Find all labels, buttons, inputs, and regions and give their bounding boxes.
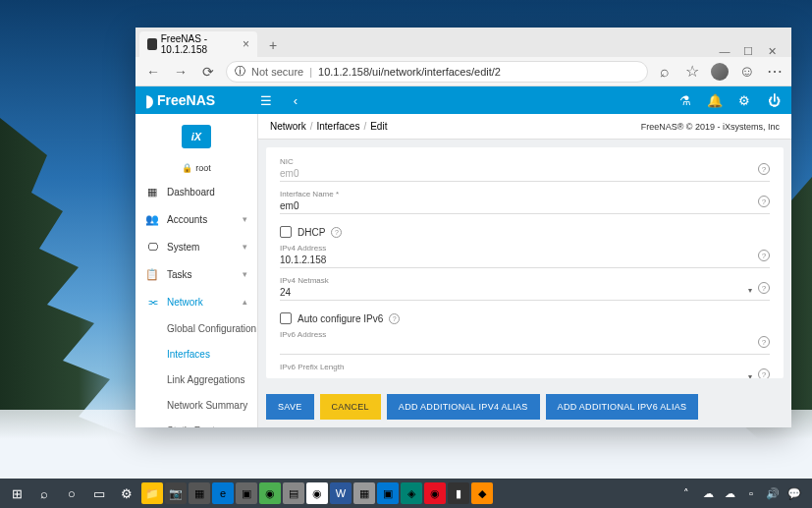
network-tray-icon[interactable]: ▫ bbox=[743, 485, 759, 501]
bell-icon[interactable]: 🔔 bbox=[707, 92, 723, 108]
main-content: Network / Interfaces / Edit FreeNAS® © 2… bbox=[258, 114, 791, 427]
gear-icon[interactable]: ⚙ bbox=[736, 92, 752, 108]
ipv6-prefix-select[interactable]: --------- bbox=[280, 371, 770, 378]
new-tab-button[interactable]: + bbox=[261, 33, 285, 57]
profile-avatar[interactable] bbox=[711, 63, 729, 81]
field-ipv4-netmask: IPv4 Netmask 24 ▾ ? bbox=[280, 276, 770, 301]
forward-button[interactable]: → bbox=[171, 62, 190, 82]
explorer-icon[interactable]: 📁 bbox=[141, 482, 163, 504]
auto-ipv6-checkbox[interactable] bbox=[280, 312, 292, 324]
field-ipv6-prefix: IPv6 Prefix Length --------- ▾ ? bbox=[280, 363, 770, 378]
help-icon[interactable]: ? bbox=[331, 227, 342, 238]
dhcp-checkbox[interactable] bbox=[280, 226, 292, 238]
cancel-button[interactable]: CANCEL bbox=[320, 394, 381, 420]
shark-icon: ◗ bbox=[145, 91, 153, 110]
onedrive-icon[interactable]: ☁ bbox=[700, 485, 716, 501]
help-icon[interactable]: ? bbox=[758, 336, 770, 348]
chevron-down-icon: ▾ bbox=[243, 214, 247, 224]
sidebar-item-tasks[interactable]: 📋 Tasks ▾ bbox=[135, 260, 257, 288]
help-icon[interactable]: ? bbox=[758, 163, 770, 175]
ipv4-address-input[interactable]: 10.1.2.158 bbox=[280, 253, 770, 268]
edge-icon[interactable]: e bbox=[212, 482, 234, 504]
sidebar-item-dashboard[interactable]: ▦ Dashboard bbox=[135, 178, 257, 205]
cortana-icon[interactable]: ○ bbox=[59, 480, 84, 506]
smiley-icon[interactable]: ☺ bbox=[738, 63, 756, 81]
menu-icon[interactable]: ☰ bbox=[258, 92, 274, 108]
ipv6-address-input[interactable] bbox=[280, 339, 770, 355]
sidebar-item-accounts[interactable]: 👥 Accounts ▾ bbox=[135, 205, 257, 233]
chevron-down-icon: ▾ bbox=[243, 242, 247, 252]
taskview-icon[interactable]: ▭ bbox=[86, 480, 112, 506]
tray-chevron-icon[interactable]: ˄ bbox=[678, 485, 694, 501]
notification-icon[interactable]: 💬 bbox=[786, 485, 802, 501]
nic-input[interactable]: em0 bbox=[280, 166, 770, 182]
app-icon[interactable]: ◉ bbox=[259, 482, 281, 504]
minimize-icon[interactable]: — bbox=[719, 45, 731, 57]
address-bar: ← → ⟳ ⓘ Not secure | 10.1.2.158/ui/netwo… bbox=[135, 57, 791, 86]
more-icon[interactable]: ⋯ bbox=[766, 63, 784, 81]
chrome-icon[interactable]: ◉ bbox=[306, 482, 328, 504]
volume-icon[interactable]: 🔊 bbox=[765, 485, 781, 501]
sidebar-item-system[interactable]: 🖵 System ▾ bbox=[135, 233, 257, 260]
chevron-left-icon[interactable]: ‹ bbox=[288, 92, 303, 108]
info-icon: ⓘ bbox=[235, 64, 245, 79]
field-ipv4-address: IPv4 Address 10.1.2.158 ? bbox=[280, 244, 770, 268]
subitem-network-summary[interactable]: Network Summary bbox=[135, 392, 257, 418]
ipv4-netmask-select[interactable]: 24 bbox=[280, 285, 770, 301]
power-icon[interactable]: ⏻ bbox=[766, 92, 782, 108]
field-ipv6-address: IPv6 Address ? bbox=[280, 330, 770, 355]
bc-network[interactable]: Network bbox=[270, 121, 306, 132]
app-icon[interactable]: ◆ bbox=[471, 482, 493, 504]
star-icon[interactable]: ☆ bbox=[683, 63, 701, 81]
settings-icon[interactable]: ⚙ bbox=[114, 480, 139, 506]
save-button[interactable]: SAVE bbox=[266, 394, 314, 420]
sidebar-item-network[interactable]: ⫘ Network ▴ bbox=[135, 288, 257, 315]
dashboard-icon: ▦ bbox=[145, 186, 159, 198]
start-button[interactable]: ⊞ bbox=[4, 480, 29, 506]
word-icon[interactable]: W bbox=[330, 482, 352, 504]
interface-name-input[interactable]: em0 bbox=[280, 198, 770, 214]
camera-icon[interactable]: 📷 bbox=[165, 482, 187, 504]
freenas-logo[interactable]: ◗ FreeNAS bbox=[145, 91, 258, 110]
breadcrumb: Network / Interfaces / Edit FreeNAS® © 2… bbox=[258, 114, 791, 140]
close-window-icon[interactable]: ✕ bbox=[766, 45, 778, 57]
refresh-button[interactable]: ⟳ bbox=[198, 62, 218, 82]
help-icon[interactable]: ? bbox=[758, 250, 770, 261]
app-icon[interactable]: ◉ bbox=[424, 482, 446, 504]
app-icon[interactable]: ▦ bbox=[189, 482, 210, 504]
subitem-interfaces[interactable]: Interfaces bbox=[135, 341, 257, 367]
url-text: 10.1.2.158/ui/network/interfaces/edit/2 bbox=[318, 66, 501, 78]
browser-tab[interactable]: FreeNAS - 10.1.2.158 × bbox=[139, 31, 257, 57]
app-icon[interactable]: ▣ bbox=[377, 482, 399, 504]
app-icon[interactable]: ▣ bbox=[236, 482, 257, 504]
app-icon[interactable]: ▦ bbox=[353, 482, 375, 504]
add-ipv4-alias-button[interactable]: ADD ADDITIONAL IPV4 ALIAS bbox=[387, 394, 540, 420]
add-ipv6-alias-button[interactable]: ADD ADDITIONAL IPV6 ALIAS bbox=[546, 394, 699, 420]
maximize-icon[interactable]: ☐ bbox=[742, 45, 754, 57]
back-button[interactable]: ← bbox=[143, 62, 163, 82]
tab-title: FreeNAS - 10.1.2.158 bbox=[161, 33, 239, 55]
subitem-link-agg[interactable]: Link Aggregations bbox=[135, 367, 257, 392]
subitem-global-config[interactable]: Global Configuration bbox=[135, 315, 257, 341]
user-indicator[interactable]: 🔒 root bbox=[135, 158, 257, 178]
subitem-static-routes[interactable]: Static Routes bbox=[135, 418, 257, 427]
app-icon[interactable]: ▤ bbox=[283, 482, 304, 504]
weather-icon[interactable]: ☁ bbox=[722, 485, 737, 501]
field-dhcp: DHCP ? bbox=[280, 222, 770, 244]
help-icon[interactable]: ? bbox=[758, 282, 770, 294]
toolbox-icon[interactable]: ⚗ bbox=[677, 92, 693, 108]
help-icon[interactable]: ? bbox=[758, 368, 770, 378]
security-status: Not secure bbox=[251, 66, 303, 78]
close-tab-icon[interactable]: × bbox=[243, 37, 249, 51]
terminal-icon[interactable]: ▮ bbox=[448, 482, 469, 504]
help-icon[interactable]: ? bbox=[758, 196, 770, 207]
chevron-up-icon: ▴ bbox=[243, 297, 247, 307]
app-icon[interactable]: ◈ bbox=[401, 482, 422, 504]
url-field[interactable]: ⓘ Not secure | 10.1.2.158/ui/network/int… bbox=[226, 61, 648, 83]
search-icon[interactable]: ⌕ bbox=[31, 480, 57, 506]
ix-logo: iX bbox=[135, 114, 257, 158]
search-icon[interactable]: ⌕ bbox=[656, 63, 674, 81]
network-icon: ⫘ bbox=[145, 296, 159, 308]
bc-interfaces[interactable]: Interfaces bbox=[316, 121, 359, 132]
help-icon[interactable]: ? bbox=[389, 313, 400, 324]
